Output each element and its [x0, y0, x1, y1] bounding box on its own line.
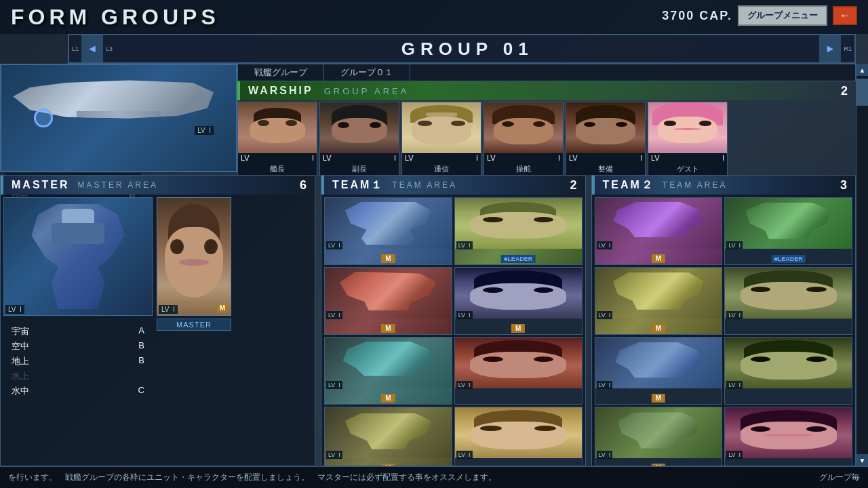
- team1-slot-8[interactable]: LV I: [454, 407, 583, 466]
- warship-slot-5[interactable]: LVI 整備: [566, 102, 646, 176]
- team2-mech-5: [595, 338, 722, 388]
- team2-slot-1[interactable]: LV I M: [595, 197, 723, 265]
- team1-slot-4-lv: LV I: [456, 311, 473, 319]
- group-next-button[interactable]: ►: [819, 35, 841, 62]
- warship-slot-4-role: 操舵: [484, 163, 563, 176]
- team2-slot-5[interactable]: LV I M: [595, 337, 723, 405]
- master-count: 6: [300, 178, 307, 192]
- warship-slot-6-lv: LVI: [648, 153, 727, 163]
- master-stat-space: 宇宙A: [9, 324, 147, 339]
- team1-slot-5-badge: M: [381, 394, 395, 403]
- team1-mech-3: [325, 268, 452, 319]
- team1-slot-8-lv: LV I: [456, 451, 473, 459]
- master-stat-air: 空中B: [9, 339, 147, 354]
- master-char-lv: LV I: [159, 305, 178, 314]
- team2-subtitle: TEAM AREA: [663, 180, 728, 190]
- master-char-slot[interactable]: LV I M: [157, 197, 231, 316]
- back-button[interactable]: ←: [833, 6, 857, 25]
- warship-slot-2-role: 副長: [320, 163, 399, 176]
- team1-slot-3[interactable]: LV I M: [324, 267, 452, 335]
- team1-title: TEAM１: [332, 178, 384, 192]
- master-content: LV I 宇宙A 空中B 地上B 水上: [1, 195, 315, 404]
- team1-slot-1[interactable]: LV I M: [324, 197, 452, 265]
- team1-grid: LV I M LV I ■LEADER: [321, 195, 585, 466]
- group-title: GROUP 01: [115, 39, 819, 60]
- team2-header: TEAM２ TEAM AREA 3: [592, 176, 856, 195]
- teams-area: TEAM１ TEAM AREA 2 LV I M: [321, 175, 856, 466]
- warship-face-6: [648, 102, 727, 153]
- team2-mech-1: [595, 198, 722, 249]
- team2-grid: LV I M LV I ■LEADER LV I M: [592, 195, 856, 466]
- master-mech-slot[interactable]: LV I: [3, 197, 153, 316]
- warship-indicator: [34, 108, 53, 127]
- warship-slot-1[interactable]: LVI 艦長: [237, 102, 317, 176]
- warship-slot-2[interactable]: LVI 副長: [319, 102, 399, 176]
- team2-mech-3: [595, 268, 722, 319]
- warship-image-panel: LV I: [0, 64, 237, 172]
- group-menu-button[interactable]: グループメニュー: [738, 5, 827, 26]
- team2-slot-8[interactable]: LV I: [724, 407, 852, 466]
- team1-slot-1-lv: LV I: [326, 241, 342, 249]
- team1-slot-3-badge: M: [381, 324, 395, 333]
- master-panel-header: MASTER MASTER AREA 6: [1, 176, 315, 195]
- scrollbar-up-button[interactable]: ▲: [856, 64, 868, 76]
- team1-slot-3-lv: LV I: [326, 311, 342, 319]
- team2-slot-2[interactable]: LV I ■LEADER: [724, 197, 852, 265]
- team1-slot-5[interactable]: LV I M: [324, 337, 452, 405]
- warship-slot-6[interactable]: LVI ゲスト: [648, 102, 728, 176]
- warship-slot-1-role: 艦長: [238, 163, 317, 176]
- team1-slot-4[interactable]: LV I M: [454, 267, 583, 335]
- warship-slot-3-lv: LVI: [402, 153, 481, 163]
- warship-slot-1-lv: LVI: [238, 153, 317, 163]
- warship-slot-3[interactable]: LVI 通信: [401, 102, 481, 176]
- warship-slot-2-lv: LVI: [320, 153, 399, 163]
- team2-slot-3-badge: M: [652, 324, 665, 333]
- warship-slot-3-role: 通信: [402, 163, 481, 176]
- team1-subtitle: TEAM AREA: [392, 180, 457, 190]
- team2-face-8: [725, 407, 852, 458]
- team1-slot-7[interactable]: LV I M: [324, 407, 452, 466]
- team2-slot-5-badge: M: [652, 394, 665, 403]
- warship-face-5: [566, 102, 645, 153]
- warship-slot-5-lv: LVI: [566, 153, 645, 163]
- team1-slot-2-badge: ■LEADER: [501, 255, 535, 263]
- warship-info-bar: 戦艦グループ グループ０１: [237, 64, 856, 81]
- group-01-tab[interactable]: グループ０１: [324, 64, 410, 81]
- group-prev-button[interactable]: ◄: [81, 35, 103, 62]
- warship-face-1: [238, 102, 317, 153]
- r1-label: R1: [841, 45, 854, 52]
- team2-slot-6[interactable]: LV I: [724, 337, 852, 405]
- warship-title: WARSHIP: [248, 85, 313, 97]
- team2-slot-8-lv: LV I: [726, 451, 743, 459]
- warship-slot-6-role: ゲスト: [648, 163, 727, 176]
- top-right-controls: 3700 CAP. グループメニュー ←: [662, 5, 857, 26]
- team1-face-8: [455, 407, 582, 458]
- team2-slot-4[interactable]: LV I: [724, 267, 852, 335]
- team2-slot-7[interactable]: LV I M: [595, 407, 723, 466]
- warship-group-tab[interactable]: 戦艦グループ: [238, 64, 324, 81]
- team1-mech-1: [325, 198, 452, 249]
- cap-display: 3700 CAP.: [662, 9, 732, 23]
- bottom-bar: を行います。 戦艦グループの各枠にユニット・キャラクターを配置しましょう。 マス…: [0, 466, 868, 488]
- team1-slot-6[interactable]: LV I: [454, 337, 583, 405]
- team2-slot-1-lv: LV I: [597, 241, 613, 249]
- scrollbar-down-button[interactable]: ▼: [856, 454, 868, 466]
- warship-slot-4[interactable]: LVI 操舵: [484, 102, 564, 176]
- team2-slot-7-lv: LV I: [597, 451, 613, 459]
- warship-section-header: WARSHIP GROUP AREA 2: [237, 81, 856, 100]
- team1-face-2: [455, 198, 582, 249]
- team1-mech-5: [325, 338, 452, 388]
- team1-count: 2: [570, 178, 576, 192]
- team2-slot-4-lv: LV I: [726, 311, 743, 319]
- team2-slot-3[interactable]: LV I M: [595, 267, 723, 335]
- team2-slot-6-lv: LV I: [726, 381, 743, 389]
- team1-slot-2[interactable]: LV I ■LEADER: [454, 197, 583, 265]
- master-mech-col: LV I 宇宙A 空中B 地上B 水上: [3, 197, 153, 404]
- team1-face-4: [455, 268, 582, 319]
- l3-label: L3: [103, 45, 115, 52]
- scrollbar-thumb[interactable]: [856, 79, 868, 106]
- team1-slot-6-lv: LV I: [456, 381, 473, 389]
- team2-mech-7: [595, 407, 722, 458]
- back-icon: ←: [840, 9, 850, 22]
- master-subtitle: MASTER AREA: [78, 180, 158, 190]
